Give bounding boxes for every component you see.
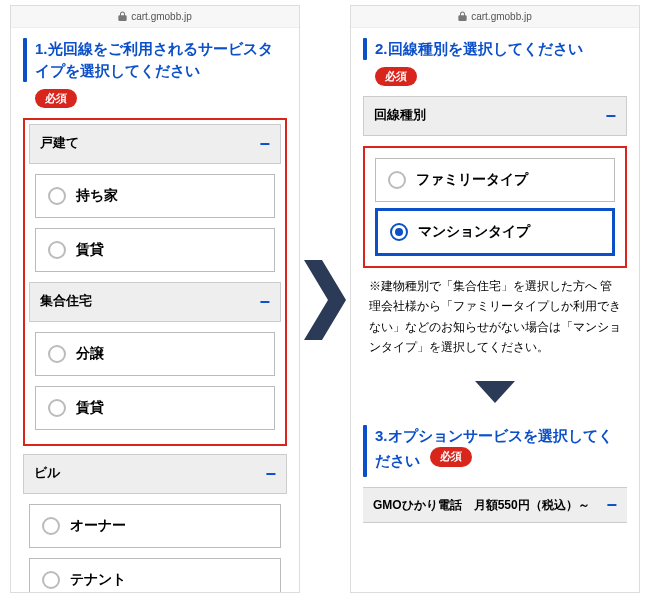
address-bar: cart.gmobb.jp bbox=[11, 6, 299, 28]
url-host: cart.gmobb.jp bbox=[471, 11, 532, 22]
group-label: 戸建て bbox=[40, 135, 79, 152]
step-indicator-bar bbox=[363, 425, 367, 477]
radio-icon bbox=[388, 171, 406, 189]
lock-icon bbox=[458, 11, 467, 23]
option-condo[interactable]: 分譲 bbox=[35, 332, 275, 376]
group-label: ビル bbox=[34, 465, 60, 482]
group-label: 集合住宅 bbox=[40, 293, 92, 310]
required-badge: 必須 bbox=[430, 447, 472, 467]
collapse-icon: − bbox=[605, 107, 616, 125]
address-bar: cart.gmobb.jp bbox=[351, 6, 639, 28]
section-label: 回線種別 bbox=[374, 107, 426, 124]
option-rent-apartment[interactable]: 賃貸 bbox=[35, 386, 275, 430]
collapse-icon: − bbox=[606, 496, 617, 514]
option-label: 分譲 bbox=[76, 345, 104, 363]
option-label: 賃貸 bbox=[76, 399, 104, 417]
step-indicator-bar bbox=[363, 38, 367, 60]
option-label: 持ち家 bbox=[76, 187, 118, 205]
guidance-note: ※建物種別で「集合住宅」を選択した方へ 管理会社様から「ファミリータイプしか利用… bbox=[363, 276, 627, 370]
step3-title: 3.オプションサービスを選択してください 必須 bbox=[375, 425, 627, 477]
option-rent-house[interactable]: 賃貸 bbox=[35, 228, 275, 272]
highlight-box: ファミリータイプ マンションタイプ bbox=[363, 146, 627, 268]
svg-marker-1 bbox=[475, 381, 515, 403]
screen-step1: cart.gmobb.jp 1.光回線をご利用されるサービスタイプを選択してくだ… bbox=[10, 5, 300, 593]
collapse-icon: − bbox=[265, 465, 276, 483]
url-host: cart.gmobb.jp bbox=[131, 11, 192, 22]
option-label: マンションタイプ bbox=[418, 223, 530, 241]
group-header-detached[interactable]: 戸建て − bbox=[29, 124, 281, 164]
option-label: テナント bbox=[70, 571, 126, 589]
step3-title-text: 3.オプションサービスを選択してください bbox=[375, 427, 613, 469]
option-own-house[interactable]: 持ち家 bbox=[35, 174, 275, 218]
radio-icon bbox=[42, 517, 60, 535]
option-family-type[interactable]: ファミリータイプ bbox=[375, 158, 615, 202]
radio-icon bbox=[42, 571, 60, 589]
option-service-label: GMOひかり電話 月額550円（税込）～ bbox=[373, 497, 590, 514]
line-type-header[interactable]: 回線種別 − bbox=[363, 96, 627, 136]
option-owner[interactable]: オーナー bbox=[29, 504, 281, 548]
radio-icon bbox=[390, 223, 408, 241]
option-service-header[interactable]: GMOひかり電話 月額550円（税込）～ − bbox=[363, 487, 627, 523]
radio-icon bbox=[48, 241, 66, 259]
step1-title: 1.光回線をご利用されるサービスタイプを選択してください bbox=[35, 38, 287, 82]
option-label: 賃貸 bbox=[76, 241, 104, 259]
option-tenant[interactable]: テナント bbox=[29, 558, 281, 594]
radio-icon bbox=[48, 187, 66, 205]
step2-title: 2.回線種別を選択してください bbox=[375, 38, 583, 60]
option-mansion-type[interactable]: マンションタイプ bbox=[375, 208, 615, 256]
required-badge: 必須 bbox=[375, 67, 417, 86]
group-header-apartment[interactable]: 集合住宅 − bbox=[29, 282, 281, 322]
lock-icon bbox=[118, 11, 127, 23]
option-label: ファミリータイプ bbox=[416, 171, 528, 189]
group-header-building[interactable]: ビル − bbox=[23, 454, 287, 494]
radio-icon bbox=[48, 345, 66, 363]
transition-arrow-icon bbox=[304, 260, 346, 344]
radio-icon bbox=[48, 399, 66, 417]
collapse-icon: − bbox=[259, 293, 270, 311]
screen-step2: cart.gmobb.jp 2.回線種別を選択してください 必須 回線種別 − … bbox=[350, 5, 640, 593]
highlight-box: 戸建て − 持ち家 賃貸 集合住宅 − 分譲 bbox=[23, 118, 287, 446]
collapse-icon: − bbox=[259, 135, 270, 153]
step-indicator-bar bbox=[23, 38, 27, 82]
svg-marker-0 bbox=[304, 260, 346, 340]
option-label: オーナー bbox=[70, 517, 126, 535]
required-badge: 必須 bbox=[35, 89, 77, 108]
chevron-down-icon bbox=[363, 369, 627, 425]
